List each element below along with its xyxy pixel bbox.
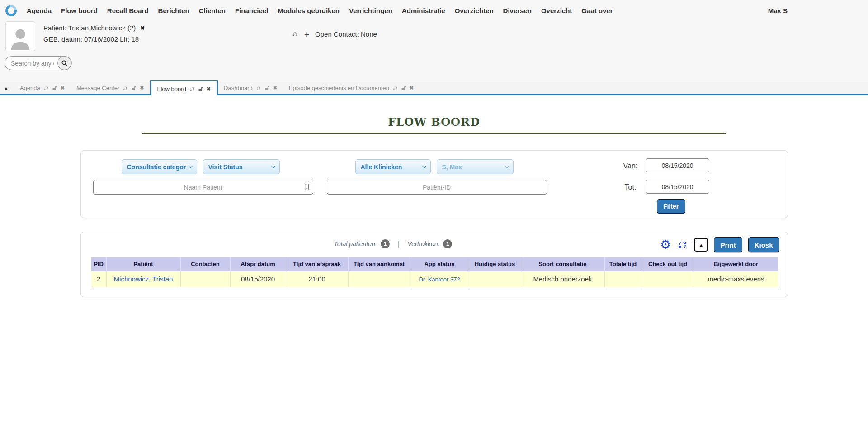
kliniek-select[interactable]: Alle Klinieken xyxy=(355,159,431,174)
search-icon xyxy=(61,60,68,67)
unlock-icon[interactable] xyxy=(264,86,270,91)
print-button[interactable]: Print xyxy=(714,237,742,252)
refresh-icon[interactable] xyxy=(256,86,261,91)
gear-icon[interactable]: ⚙ xyxy=(660,238,671,251)
cell-checkout-tijd xyxy=(642,271,694,287)
col-header-tijd-afspraak: TIjd van afspraak xyxy=(286,257,348,271)
nav-item-diversen[interactable]: Diversen xyxy=(503,7,532,14)
col-header-pid: PID xyxy=(91,257,106,271)
nav-item-flow-boord[interactable]: Flow boord xyxy=(61,7,98,14)
refresh-contact-icon[interactable] xyxy=(292,31,298,38)
search-input[interactable] xyxy=(5,60,54,67)
tab-label: Episode geschiedenis en Documenten xyxy=(289,85,389,91)
close-icon[interactable]: ✖ xyxy=(207,86,211,92)
tab-message-center[interactable]: Message Center ✖ xyxy=(71,82,150,94)
unlock-icon[interactable] xyxy=(401,86,406,91)
kiosk-button[interactable]: Kiosk xyxy=(748,237,779,252)
app-logo-icon[interactable] xyxy=(3,3,19,19)
col-header-totale-tijd: Totale tijd xyxy=(604,257,642,271)
tab-agenda[interactable]: Agenda ✖ xyxy=(14,82,71,94)
unlock-icon[interactable] xyxy=(198,86,203,92)
search-row xyxy=(0,51,868,70)
collapse-tabs-icon[interactable]: ▲ xyxy=(4,86,9,91)
search-button[interactable] xyxy=(57,56,71,70)
tab-dashboard[interactable]: Dashboard ✖ xyxy=(218,82,283,94)
van-date-input[interactable] xyxy=(646,158,709,172)
patient-avatar[interactable] xyxy=(5,21,35,51)
cell-huidige-status xyxy=(469,271,521,287)
chevron-down-icon xyxy=(422,166,426,168)
close-icon[interactable]: ✖ xyxy=(61,85,65,91)
refresh-icon[interactable] xyxy=(123,86,128,91)
nav-item-overzicht[interactable]: Overzicht xyxy=(541,7,572,14)
nav-item-agenda[interactable]: Agenda xyxy=(27,7,52,14)
col-header-huidige-status: Huidige status xyxy=(469,257,521,271)
main-content: FLOW BOORD Consultatie categor Visit Sta… xyxy=(0,115,868,297)
tot-date-input[interactable] xyxy=(646,180,709,194)
title-divider xyxy=(142,133,726,134)
flow-board-panel: Total patienten: 1 | Vertrokken: 1 ⚙ ▲ P… xyxy=(80,232,788,297)
visit-status-select[interactable]: Visit Status xyxy=(203,159,280,174)
nav-item-gaat-over[interactable]: Gaat over xyxy=(581,7,613,14)
collapse-board-button[interactable]: ▲ xyxy=(694,238,708,252)
main-nav: Agenda Flow boord Recall Board Berichten… xyxy=(0,0,868,21)
provider-select[interactable]: S, Max xyxy=(437,159,514,174)
filter-button[interactable]: Filter xyxy=(657,199,685,214)
refresh-icon[interactable] xyxy=(43,86,49,91)
user-menu[interactable]: Max S xyxy=(768,7,788,14)
select-value: Visit Status xyxy=(208,163,243,171)
cell-patient: Michnowicz, Tristan xyxy=(106,271,180,287)
col-header-patient: Patiënt xyxy=(106,257,180,271)
flow-board-table: PID Patiënt Contacten Afspr datum TIjd v… xyxy=(91,257,778,287)
nav-item-modules-gebruiken[interactable]: Modules gebruiken xyxy=(278,7,340,14)
nav-item-clienten[interactable]: Clienten xyxy=(199,7,226,14)
patient-name-label: Patiënt: Tristan Michnowicz (2) xyxy=(43,24,136,32)
tab-bar: ▲ Agenda ✖ Message Center ✖ Flow boord ✖… xyxy=(0,82,868,95)
close-icon[interactable]: ✖ xyxy=(140,85,144,91)
refresh-board-icon[interactable] xyxy=(677,239,688,251)
nav-item-verrichtingen[interactable]: Verrichtingen xyxy=(349,7,392,14)
unlock-icon[interactable] xyxy=(131,86,137,91)
close-icon[interactable]: ✖ xyxy=(273,85,277,91)
nav-item-administratie[interactable]: Administratie xyxy=(402,7,445,14)
tab-episode-geschiedenis[interactable]: Episode geschiedenis en Documenten ✖ xyxy=(283,82,420,94)
cell-totale-tijd xyxy=(604,271,642,287)
van-label: Van: xyxy=(623,162,638,170)
chevron-down-icon xyxy=(505,166,509,168)
open-contact-label: Open Contact: None xyxy=(315,30,377,38)
tab-label: Flow boord xyxy=(157,86,186,92)
chevron-down-icon xyxy=(189,166,193,168)
nav-item-recall-board[interactable]: Recall Board xyxy=(107,7,149,14)
refresh-icon[interactable] xyxy=(189,86,195,92)
cell-app-status: Dr. Kantoor 372 xyxy=(410,271,469,287)
unlock-icon[interactable] xyxy=(52,86,57,91)
chevron-down-icon xyxy=(271,166,275,168)
patient-search xyxy=(5,56,72,70)
tab-flow-boord[interactable]: Flow boord ✖ xyxy=(150,80,218,95)
top-header: Agenda Flow boord Recall Board Berichten… xyxy=(0,0,868,82)
col-header-checkout-tijd: Check out tijd xyxy=(642,257,694,271)
patient-info: Patiënt: Tristan Michnowicz (2) ✖ GEB. d… xyxy=(43,21,145,51)
vertrokken-label: Vertrokken: xyxy=(407,240,439,248)
close-patient-icon[interactable]: ✖ xyxy=(140,25,145,31)
refresh-icon[interactable] xyxy=(392,86,398,91)
nav-item-overzichten[interactable]: Overzichten xyxy=(455,7,494,14)
col-header-contacten: Contacten xyxy=(180,257,230,271)
cell-contacten xyxy=(180,271,230,287)
filter-panel: Consultatie categor Visit Status Alle Kl… xyxy=(80,150,788,218)
nav-item-financieel[interactable]: Financieel xyxy=(235,7,268,14)
patient-id-input[interactable] xyxy=(327,180,547,195)
patient-bar: Patiënt: Tristan Michnowicz (2) ✖ GEB. d… xyxy=(0,21,868,51)
close-icon[interactable]: ✖ xyxy=(410,85,414,91)
person-icon xyxy=(6,24,35,51)
tab-label: Dashboard xyxy=(224,85,253,91)
app-status-link[interactable]: Dr. Kantoor 372 xyxy=(419,276,460,283)
phone-icon[interactable] xyxy=(305,184,309,190)
naam-patient-input[interactable] xyxy=(93,180,313,195)
add-contact-icon[interactable]: + xyxy=(304,30,309,38)
tab-label: Message Center xyxy=(76,85,119,91)
consultatie-categorie-select[interactable]: Consultatie categor xyxy=(122,159,197,174)
nav-item-berichten[interactable]: Berichten xyxy=(158,7,189,14)
open-contact-area: + Open Contact: None xyxy=(292,30,377,38)
patient-link[interactable]: Michnowicz, Tristan xyxy=(114,275,173,283)
